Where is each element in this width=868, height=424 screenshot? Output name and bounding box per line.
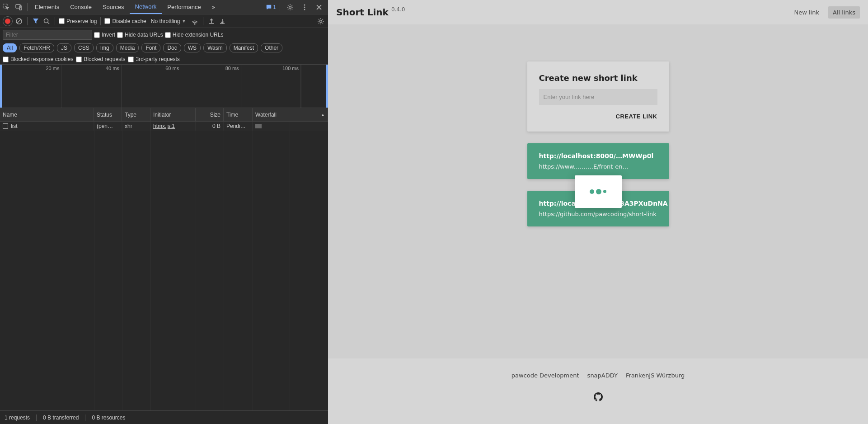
pill-css[interactable]: CSS (74, 43, 94, 52)
loading-dot-icon (603, 190, 606, 193)
hide-ext-urls-checkbox[interactable]: Hide extension URLs (165, 32, 224, 38)
download-har-icon[interactable] (218, 17, 227, 26)
github-icon[interactable] (594, 392, 603, 401)
short-link-text: http://localhost:8000/…MWWp0l (539, 152, 657, 160)
cell-initiator[interactable]: htmx.js:1 (153, 123, 175, 129)
pill-all[interactable]: All (3, 43, 17, 52)
link-card[interactable]: http://localhost:8000/…MWWp0l https://ww… (527, 143, 669, 179)
cell-size: 0 B (196, 122, 224, 131)
timeline-overview[interactable]: 20 ms 40 ms 60 ms 80 ms 100 ms (0, 65, 328, 108)
invert-checkbox[interactable]: Invert (94, 32, 115, 38)
tab-elements[interactable]: Elements (29, 0, 65, 14)
throttling-select[interactable]: No throttling▼ (148, 17, 189, 25)
status-resources: 0 B resources (85, 415, 125, 421)
app-main: Create new short link CREATE LINK http:/… (328, 24, 868, 358)
url-input[interactable] (539, 89, 657, 105)
device-toggle-icon[interactable] (13, 1, 25, 14)
kebab-icon[interactable] (298, 1, 311, 14)
clear-icon[interactable] (14, 17, 23, 26)
pill-wasm[interactable]: Wasm (203, 43, 227, 52)
record-icon (5, 19, 10, 24)
third-party-checkbox[interactable]: 3rd-party requests (128, 56, 179, 62)
blocked-requests-checkbox[interactable]: Blocked requests (76, 56, 125, 62)
col-status[interactable]: Status (94, 108, 122, 121)
pill-img[interactable]: Img (96, 43, 113, 52)
record-button[interactable] (3, 16, 13, 26)
svg-point-9 (194, 24, 195, 24)
requests-table-body: list (pen… xhr htmx.js:1 0 B Pendi… (0, 122, 328, 410)
filter-row: Invert Hide data URLs Hide extension URL… (0, 28, 328, 42)
svg-point-8 (44, 19, 48, 23)
tab-more[interactable]: » (206, 0, 221, 14)
search-icon[interactable] (42, 17, 51, 26)
app-header: Short Link 0.4.0 New link All links (328, 0, 868, 24)
network-settings-icon[interactable] (316, 17, 325, 26)
col-name[interactable]: Name (0, 108, 94, 121)
hide-data-urls-checkbox[interactable]: Hide data URLs (117, 32, 163, 38)
waterfall-bar (255, 124, 262, 128)
status-transferred: 0 B transferred (36, 415, 79, 421)
svg-point-4 (304, 4, 305, 5)
svg-point-6 (304, 9, 305, 10)
file-icon (3, 123, 8, 129)
issues-count: 1 (273, 4, 276, 10)
webapp: Short Link 0.4.0 New link All links Crea… (328, 0, 868, 424)
pill-other[interactable]: Other (261, 43, 282, 52)
network-toolbar: Preserve log Disable cache No throttling… (0, 14, 328, 28)
nav-all-links[interactable]: All links (828, 6, 860, 19)
tab-network[interactable]: Network (130, 0, 162, 14)
settings-icon[interactable] (284, 1, 296, 14)
cell-type: xhr (122, 122, 150, 131)
status-requests: 1 requests (5, 415, 30, 421)
upload-har-icon[interactable] (207, 17, 216, 26)
app-footer: pawcode Development snapADDY FrankenJS W… (328, 358, 868, 424)
col-type[interactable]: Type (122, 108, 150, 121)
cell-time: Pendi… (224, 122, 253, 131)
col-time[interactable]: Time (224, 108, 253, 121)
create-heading: Create new short link (539, 73, 657, 83)
create-link-button[interactable]: CREATE LINK (616, 113, 657, 120)
loading-indicator (575, 175, 622, 208)
close-icon[interactable] (313, 1, 325, 14)
pill-manifest[interactable]: Manifest (230, 43, 258, 52)
filter-input[interactable] (3, 30, 92, 40)
pill-font[interactable]: Font (141, 43, 160, 52)
svg-point-3 (289, 6, 291, 8)
filter-icon[interactable] (31, 17, 40, 26)
pill-media[interactable]: Media (116, 43, 139, 52)
devtools-top-bar: Elements Console Sources Network Perform… (0, 0, 328, 14)
network-conditions-icon[interactable] (190, 17, 199, 26)
sort-indicator-icon: ▲ (321, 113, 325, 117)
inspect-icon[interactable] (0, 1, 13, 14)
nav-new-link[interactable]: New link (790, 6, 824, 19)
col-size[interactable]: Size (196, 108, 224, 121)
loading-dot-icon (596, 189, 601, 194)
tab-console[interactable]: Console (65, 0, 97, 14)
blocked-row: Blocked response cookies Blocked request… (0, 54, 328, 65)
pill-js[interactable]: JS (57, 43, 71, 52)
loading-dot-icon (590, 189, 594, 194)
preserve-log-checkbox[interactable]: Preserve log (59, 18, 97, 24)
long-link-text: https://github.com/pawcoding/short-link (539, 211, 657, 217)
blocked-cookies-checkbox[interactable]: Blocked response cookies (3, 56, 73, 62)
footer-link-pawcode[interactable]: pawcode Development (511, 372, 579, 379)
disable-cache-checkbox[interactable]: Disable cache (104, 18, 146, 24)
tab-sources[interactable]: Sources (97, 0, 130, 14)
app-title: Short Link (336, 7, 389, 18)
table-row[interactable]: list (pen… xhr htmx.js:1 0 B Pendi… (0, 122, 328, 131)
app-version: 0.4.0 (391, 6, 405, 13)
pill-ws[interactable]: WS (184, 43, 201, 52)
pill-doc[interactable]: Doc (163, 43, 181, 52)
pill-fetchxhr[interactable]: Fetch/XHR (19, 43, 54, 52)
cell-status: (pen… (94, 122, 122, 131)
svg-point-10 (320, 20, 322, 22)
footer-link-snapaddy[interactable]: snapADDY (587, 372, 618, 379)
cell-name: list (11, 123, 18, 129)
col-initiator[interactable]: Initiator (150, 108, 196, 121)
tab-performance[interactable]: Performance (162, 0, 206, 14)
col-waterfall[interactable]: Waterfall▲ (253, 108, 328, 121)
footer-link-frankenjs[interactable]: FrankenJS Würzburg (626, 372, 685, 379)
status-bar: 1 requests 0 B transferred 0 B resources (0, 410, 328, 424)
issues-icon[interactable]: 1 (266, 4, 276, 10)
chevron-down-icon: ▼ (182, 19, 186, 24)
